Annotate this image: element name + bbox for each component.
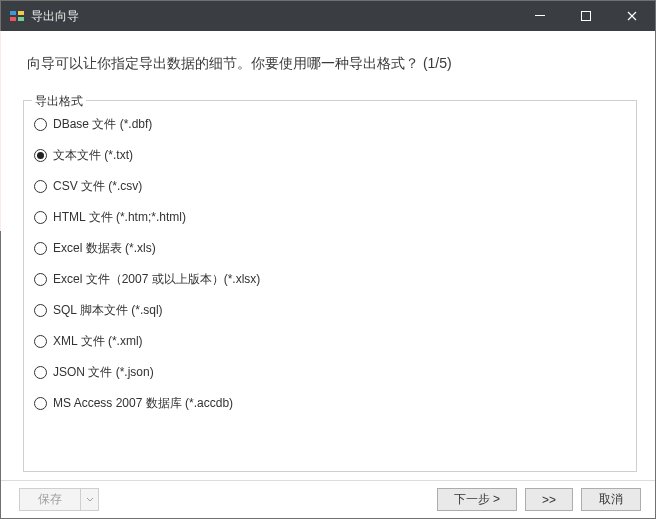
window-title: 导出向导 — [31, 8, 517, 25]
radio-input[interactable] — [34, 211, 47, 224]
chevron-down-icon — [86, 496, 94, 504]
radio-input[interactable] — [34, 273, 47, 286]
minimize-button[interactable] — [517, 1, 563, 31]
svg-rect-4 — [535, 15, 545, 16]
format-label: MS Access 2007 数据库 (*.accdb) — [53, 395, 233, 412]
radio-input[interactable] — [34, 366, 47, 379]
save-dropdown-button[interactable] — [81, 488, 99, 511]
format-label: DBase 文件 (*.dbf) — [53, 116, 152, 133]
group-legend: 导出格式 — [32, 93, 86, 110]
radio-input[interactable] — [34, 304, 47, 317]
format-option[interactable]: MS Access 2007 数据库 (*.accdb) — [34, 388, 626, 419]
radio-input[interactable] — [34, 397, 47, 410]
save-split-button: 保存 — [19, 488, 99, 511]
format-label: XML 文件 (*.xml) — [53, 333, 143, 350]
radio-input[interactable] — [34, 149, 47, 162]
radio-input[interactable] — [34, 180, 47, 193]
format-option[interactable]: CSV 文件 (*.csv) — [34, 171, 626, 202]
format-option[interactable]: HTML 文件 (*.htm;*.html) — [34, 202, 626, 233]
export-format-group: 导出格式 DBase 文件 (*.dbf)文本文件 (*.txt)CSV 文件 … — [23, 100, 637, 472]
format-option[interactable]: DBase 文件 (*.dbf) — [34, 109, 626, 140]
format-option[interactable]: SQL 脚本文件 (*.sql) — [34, 295, 626, 326]
cancel-button[interactable]: 取消 — [581, 488, 641, 511]
format-option[interactable]: XML 文件 (*.xml) — [34, 326, 626, 357]
format-option[interactable]: Excel 数据表 (*.xls) — [34, 233, 626, 264]
step-indicator: (1/5) — [423, 55, 452, 71]
titlebar: 导出向导 — [1, 1, 655, 31]
decorative-strip — [0, 31, 1, 231]
svg-rect-2 — [10, 17, 16, 21]
content-area: 向导可以让你指定导出数据的细节。你要使用哪一种导出格式？ (1/5) 导出格式 … — [1, 31, 655, 480]
wizard-prompt: 向导可以让你指定导出数据的细节。你要使用哪一种导出格式？ (1/5) — [27, 53, 633, 74]
window-controls — [517, 1, 655, 31]
svg-rect-5 — [582, 12, 591, 21]
save-button[interactable]: 保存 — [19, 488, 81, 511]
svg-rect-3 — [18, 17, 24, 21]
format-label: HTML 文件 (*.htm;*.html) — [53, 209, 186, 226]
export-wizard-window: 导出向导 向导可以让你指定导出数据的细节。你要使用哪一种导出格式？ (1/5) … — [0, 0, 656, 519]
format-option[interactable]: 文本文件 (*.txt) — [34, 140, 626, 171]
close-button[interactable] — [609, 1, 655, 31]
svg-rect-0 — [10, 11, 16, 15]
maximize-button[interactable] — [563, 1, 609, 31]
format-label: Excel 文件（2007 或以上版本）(*.xlsx) — [53, 271, 260, 288]
format-option[interactable]: Excel 文件（2007 或以上版本）(*.xlsx) — [34, 264, 626, 295]
format-label: JSON 文件 (*.json) — [53, 364, 154, 381]
format-label: 文本文件 (*.txt) — [53, 147, 133, 164]
format-options: DBase 文件 (*.dbf)文本文件 (*.txt)CSV 文件 (*.cs… — [34, 109, 626, 419]
prompt-text: 向导可以让你指定导出数据的细节。你要使用哪一种导出格式？ — [27, 55, 419, 71]
radio-input[interactable] — [34, 118, 47, 131]
next-button[interactable]: 下一步 > — [437, 488, 517, 511]
app-icon — [9, 8, 25, 24]
format-label: SQL 脚本文件 (*.sql) — [53, 302, 163, 319]
wizard-footer: 保存 下一步 > >> 取消 — [1, 480, 655, 518]
skip-to-end-button[interactable]: >> — [525, 488, 573, 511]
radio-input[interactable] — [34, 335, 47, 348]
format-option[interactable]: JSON 文件 (*.json) — [34, 357, 626, 388]
svg-rect-1 — [18, 11, 24, 15]
format-label: Excel 数据表 (*.xls) — [53, 240, 156, 257]
format-label: CSV 文件 (*.csv) — [53, 178, 142, 195]
radio-input[interactable] — [34, 242, 47, 255]
